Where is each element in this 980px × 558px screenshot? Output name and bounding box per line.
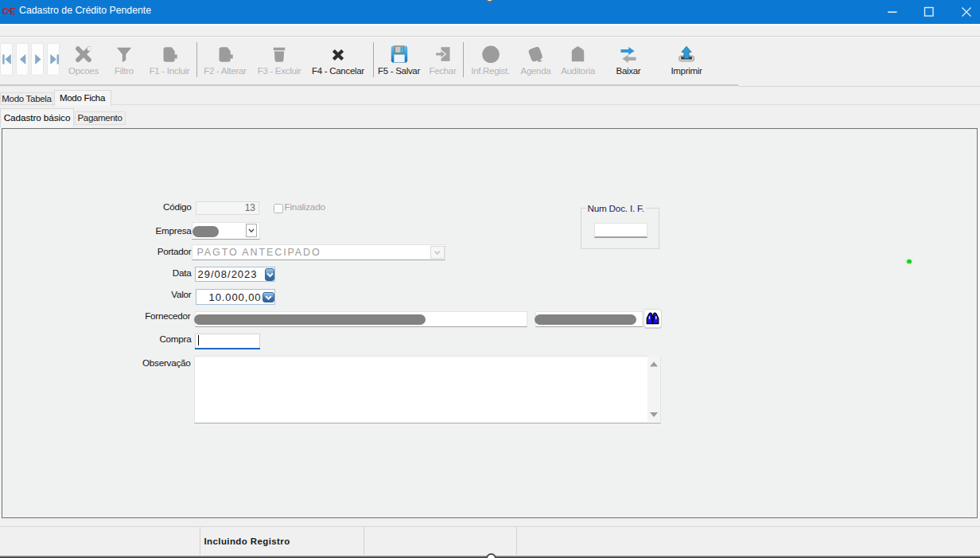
svg-text:E: E bbox=[10, 6, 15, 16]
svg-text:C: C bbox=[2, 6, 9, 16]
